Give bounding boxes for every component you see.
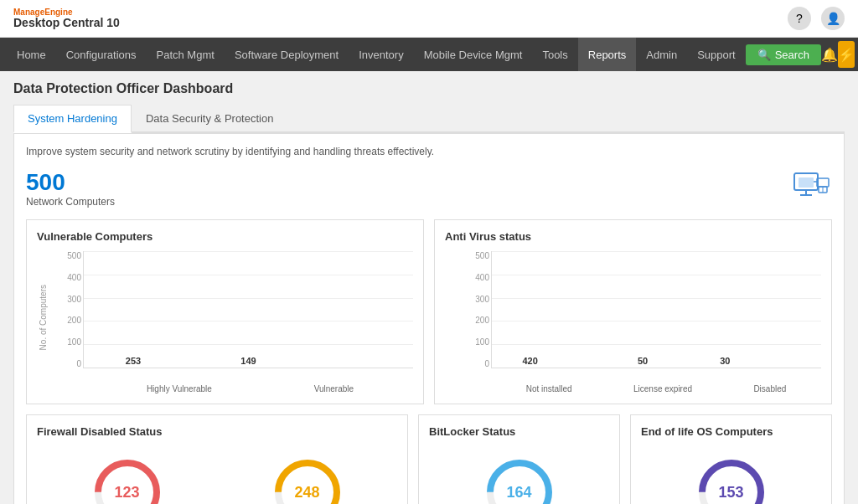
nav-reports[interactable]: Reports (578, 38, 637, 71)
vulnerable-computers-card: Vulnerable Computers No. of Computers 50… (26, 219, 424, 404)
y-400-av: 400 (475, 273, 489, 282)
page-content: Data Protection Officer Dashboard System… (0, 71, 858, 504)
network-computers-icon (790, 172, 832, 205)
y-100-v: 100 (67, 337, 81, 347)
search-label: Search (775, 49, 809, 61)
bottom-charts-row: Firewall Disabled Status 123 Windows Fir… (26, 414, 832, 504)
y-axis-title-vulnerable: No. of Computers (39, 285, 48, 350)
x-label-vulnerable: Vulnerable (314, 384, 354, 393)
bar-value-50: 50 (638, 356, 648, 366)
main-panel: Improve system security and network scru… (13, 133, 845, 504)
bitlocker-value: 164 (506, 484, 531, 501)
y-200-av: 200 (475, 316, 489, 325)
description: Improve system security and network scru… (26, 146, 832, 157)
nav-mobile-device-mgmt[interactable]: Mobile Device Mgmt (414, 38, 533, 71)
user-avatar[interactable]: 👤 (821, 7, 845, 30)
y-200-v: 200 (67, 316, 81, 325)
y-0-av: 0 (484, 359, 489, 368)
nav-admin[interactable]: Admin (636, 38, 687, 71)
x-label-disabled-av: Disabled (753, 384, 786, 393)
navbar: Home Configurations Patch Mgmt Software … (0, 38, 858, 71)
nav-tools[interactable]: Tools (532, 38, 577, 71)
svg-rect-4 (817, 178, 829, 187)
search-button[interactable]: 🔍 Search (746, 44, 821, 65)
bar-value-253: 253 (126, 356, 141, 366)
firewall-disabled-card: Firewall Disabled Status 123 Windows Fir… (26, 414, 408, 504)
nav-patch-mgmt[interactable]: Patch Mgmt (147, 38, 225, 71)
tabs: System Hardening Data Security & Protect… (13, 105, 845, 133)
nav-support[interactable]: Support (687, 38, 746, 71)
nav-configurations[interactable]: Configurations (56, 38, 147, 71)
search-icon: 🔍 (757, 49, 771, 61)
bar-value-30: 30 (720, 356, 730, 366)
bitlocker-status-card: BitLocker Status 164 Disabled (418, 414, 620, 504)
end-of-life-title: End of life OS Computers (641, 425, 821, 438)
external-firewall-donut: 248 External Firewall (270, 455, 345, 504)
page-title: Data Protection Officer Dashboard (13, 81, 845, 96)
nav-home[interactable]: Home (7, 38, 56, 71)
bitlocker-title: BitLocker Status (429, 425, 609, 438)
network-computers-row: 500 Network Computers (26, 169, 832, 208)
y-500-v: 500 (67, 251, 81, 260)
network-count: 500 (26, 169, 115, 196)
logo-bottom: Desktop Central 10 (13, 17, 120, 29)
network-computers-info: 500 Network Computers (26, 169, 115, 208)
y-300-v: 300 (67, 295, 81, 304)
y-300-av: 300 (475, 295, 489, 304)
nav-inventory[interactable]: Inventory (349, 38, 413, 71)
logo-area: ManageEngine Desktop Central 10 (13, 8, 120, 29)
firewall-title: Firewall Disabled Status (37, 425, 397, 438)
vulnerable-computers-title: Vulnerable Computers (37, 230, 413, 243)
help-button[interactable]: ? (788, 7, 811, 30)
tab-data-security[interactable]: Data Security & Protection (132, 105, 287, 133)
y-500-av: 500 (475, 251, 489, 260)
y-400-v: 400 (67, 273, 81, 282)
flash-icon[interactable]: ⚡ (838, 41, 855, 68)
top-header: ManageEngine Desktop Central 10 ? 👤 (0, 0, 858, 38)
windows-firewall-value: 123 (114, 484, 139, 501)
nav-software-deployment[interactable]: Software Deployment (225, 38, 349, 71)
external-firewall-value: 248 (294, 484, 319, 501)
x-label-license-expired: License expired (633, 384, 692, 393)
header-icons: ? 👤 (788, 7, 845, 30)
logo: ManageEngine Desktop Central 10 (13, 8, 120, 29)
x-label-highly-vulnerable: Highly Vulnerable (147, 384, 212, 393)
end-of-life-card: End of life OS Computers 153 (630, 414, 832, 504)
end-of-life-value: 153 (718, 484, 743, 501)
bar-value-149: 149 (240, 356, 256, 366)
bell-icon[interactable]: 🔔 (821, 41, 838, 68)
top-charts-row: Vulnerable Computers No. of Computers 50… (26, 219, 832, 404)
svg-rect-1 (799, 177, 814, 188)
antivirus-status-card: Anti Virus status 500 400 300 200 100 0 (434, 219, 832, 404)
y-0-v: 0 (76, 359, 81, 368)
y-100-av: 100 (475, 337, 489, 347)
tab-system-hardening[interactable]: System Hardening (13, 105, 132, 133)
x-label-not-installed: Not installed (526, 384, 572, 393)
network-label: Network Computers (26, 196, 115, 208)
antivirus-title: Anti Virus status (445, 230, 821, 243)
windows-firewall-donut: 123 Windows Firewall (90, 455, 165, 504)
bar-value-420: 420 (522, 356, 537, 366)
